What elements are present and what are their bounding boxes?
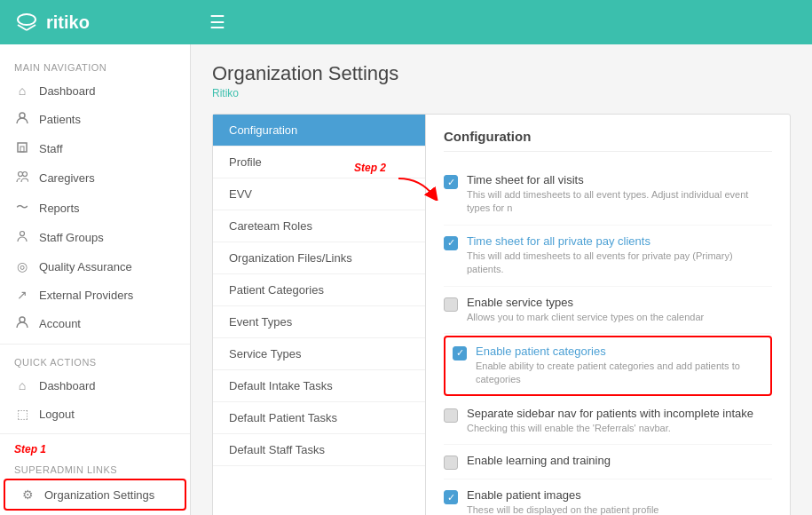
left-panel-item-configuration[interactable]: Configuration [213, 115, 425, 147]
logo-text: ritiko [46, 12, 90, 33]
left-panel-item-default-intake[interactable]: Default Intake Tasks [213, 370, 425, 402]
logout-icon: ⬚ [14, 407, 30, 421]
svg-rect-4 [18, 143, 27, 152]
group-icon [14, 230, 30, 245]
config-label: Time sheet for all visits [467, 173, 772, 186]
home2-icon: ⌂ [14, 378, 30, 392]
left-panel-item-patient-categories[interactable]: Patient Categories [213, 274, 425, 306]
config-label: Enable service types [467, 296, 704, 309]
menu-toggle-icon[interactable]: ☰ [209, 12, 225, 33]
quality-icon: ◎ [14, 259, 30, 273]
sidebar-item-label: Organization Settings [44, 488, 154, 502]
step2-arrow [394, 174, 438, 203]
sidebar-item-label: Staff [39, 142, 63, 155]
sidebar-item-quality-assurance[interactable]: ◎ Quality Assurance [0, 252, 190, 281]
superadmin-label: Superadmin Links [0, 457, 190, 479]
person-icon [14, 112, 30, 127]
config-sublabel: These will be displayed on the patient p… [467, 503, 658, 515]
svg-point-9 [20, 317, 25, 322]
quick-actions-label: Quick Actions [0, 350, 190, 371]
config-label: Separate sidebar nav for patients with i… [467, 407, 753, 420]
step2-label: Step 2 [354, 162, 386, 174]
checkbox-learning[interactable] [444, 456, 458, 470]
sidebar-item-external-providers[interactable]: ↗ External Providers [0, 281, 190, 309]
sidebar-item-label: Caregivers [39, 171, 95, 185]
sidebar-item-qa-dashboard[interactable]: ⌂ Dashboard [0, 371, 190, 400]
checkbox-timesheet-visits[interactable] [444, 175, 458, 189]
content-area: Configuration Profile EVV Careteam Roles… [212, 114, 791, 515]
svg-point-7 [23, 172, 28, 177]
sidebar-item-label: Quality Assurance [39, 260, 132, 273]
sidebar: Main Navigation ⌂ Dashboard Patients Sta… [0, 44, 191, 515]
left-panel-item-event-types[interactable]: Event Types [213, 306, 425, 338]
config-item-learning-training: Enable learning and training [444, 445, 772, 479]
left-panel-item-org-files[interactable]: Organization Files/Links [213, 242, 425, 274]
caregivers-icon [14, 170, 30, 186]
config-item-patient-images: Enable patient images These will be disp… [444, 479, 772, 515]
config-label: Enable learning and training [467, 454, 611, 467]
svg-point-0 [18, 14, 35, 25]
right-panel-title: Configuration [444, 129, 772, 152]
svg-rect-5 [20, 147, 24, 152]
config-label: Enable patient categories [476, 345, 763, 358]
config-sublabel: Enable ability to create patient categor… [476, 360, 763, 387]
checkbox-sidebar-nav[interactable] [444, 408, 458, 423]
main-nav-label: Main Navigation [0, 55, 190, 76]
sidebar-item-reports[interactable]: 〜 Reports [0, 193, 190, 223]
logo: ritiko [14, 12, 192, 33]
checkbox-patient-images[interactable] [444, 490, 458, 504]
reports-icon: 〜 [14, 200, 30, 216]
left-panel-item-default-staff[interactable]: Default Staff Tasks [213, 434, 425, 466]
config-sublabel: Checking this will enable the 'Referrals… [467, 422, 753, 435]
config-item-enable-service-types: Enable service types Allows you to mark … [444, 287, 772, 334]
sidebar-item-account[interactable]: Account [0, 309, 190, 338]
svg-point-3 [20, 113, 25, 118]
left-panel-item-careteam-roles[interactable]: Careteam Roles [213, 210, 425, 242]
config-sublabel: This will add timesheets to all event ty… [467, 188, 772, 216]
sidebar-item-patients[interactable]: Patients [0, 105, 190, 134]
config-sublabel: This will add timesheets to all events f… [467, 250, 772, 277]
page-title: Organization Settings [212, 62, 791, 85]
sidebar-item-logout[interactable]: ⬚ Logout [0, 400, 190, 428]
account-icon [14, 316, 30, 331]
sidebar-item-caregivers[interactable]: Caregivers [0, 163, 190, 193]
config-label: Enable patient images [467, 488, 658, 502]
left-panel-item-default-patient[interactable]: Default Patient Tasks [213, 402, 425, 434]
config-item-timesheet-private-pay: Time sheet for all private pay clients T… [444, 226, 772, 287]
logo-icon [14, 12, 39, 32]
sidebar-item-org-settings[interactable]: ⚙ Organization Settings [4, 479, 186, 511]
sidebar-item-label: Logout [39, 408, 75, 421]
sidebar-item-staff-groups[interactable]: Staff Groups [0, 223, 190, 252]
checkbox-service-types[interactable] [444, 297, 458, 312]
sidebar-item-label: Account [39, 317, 81, 330]
config-item-timesheet-all-visits: Time sheet for all visits This will add … [444, 164, 772, 226]
step1-label: Step 1 [14, 443, 46, 456]
page-subtitle: Ritiko [212, 87, 791, 99]
config-item-patient-categories: Enable patient categories Enable ability… [444, 336, 772, 396]
sidebar-item-label: Reports [39, 202, 80, 215]
divider2 [0, 433, 190, 434]
sidebar-item-dashboard[interactable]: ⌂ Dashboard [0, 76, 190, 105]
sidebar-item-label: Dashboard [39, 379, 96, 392]
sidebar-item-staff[interactable]: Staff [0, 134, 190, 163]
building-icon [14, 141, 30, 156]
config-item-sidebar-nav: Separate sidebar nav for patients with i… [444, 398, 772, 445]
sidebar-item-label: External Providers [39, 289, 133, 302]
config-sublabel: Allows you to mark client service types … [467, 311, 704, 324]
svg-point-8 [20, 232, 25, 236]
home-icon: ⌂ [14, 83, 30, 98]
sidebar-item-label: Staff Groups [39, 231, 104, 244]
config-label: Time sheet for all private pay clients [467, 234, 772, 248]
left-panel-item-service-types[interactable]: Service Types [213, 338, 425, 370]
divider [0, 344, 190, 345]
right-panel: Configuration Time sheet for all visits … [426, 115, 790, 515]
external-icon: ↗ [14, 288, 30, 302]
checkbox-patient-categories[interactable] [453, 346, 467, 360]
sidebar-item-label: Dashboard [39, 84, 96, 98]
checkbox-timesheet-private[interactable] [444, 236, 458, 250]
gear-icon: ⚙ [20, 487, 35, 502]
main-content: Organization Settings Ritiko Step 2 [191, 44, 812, 515]
header: ritiko ☰ [0, 0, 812, 44]
svg-point-6 [19, 172, 23, 177]
sidebar-item-label: Patients [39, 113, 81, 126]
